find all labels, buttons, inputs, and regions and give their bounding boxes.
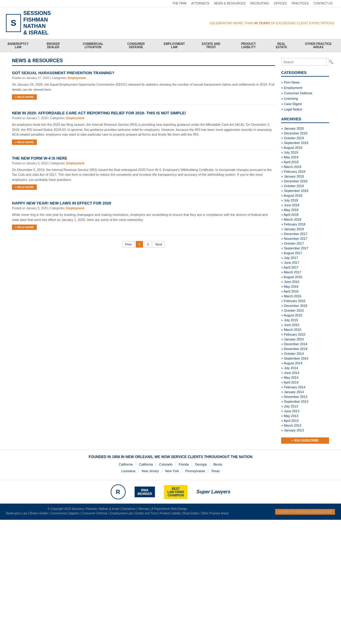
archive-link-56[interactable]: November 2013 (281, 395, 307, 398)
practice-nav-bankruptcy[interactable]: BANKRUPTCY LAW (0, 39, 36, 52)
pagination-page-3[interactable]: 3 (144, 241, 151, 248)
archive-link-36[interactable]: February 2016 (281, 299, 305, 303)
archive-link-48[interactable]: September 2014 (281, 357, 308, 360)
state-link-row1-2[interactable]: Colorado (156, 462, 176, 467)
archive-link-11[interactable]: December 2018 (281, 179, 307, 183)
archive-link-31[interactable]: August 2016 (281, 275, 302, 279)
archive-link-33[interactable]: May 2016 (281, 285, 299, 288)
practice-nav-real-estate[interactable]: REAL ESTATE (267, 39, 296, 52)
archive-link-1[interactable]: December 2019 (281, 131, 307, 135)
archive-link-0[interactable]: January 2020 (281, 127, 304, 130)
archive-link-10[interactable]: January 2019 (281, 175, 304, 178)
archive-link-39[interactable]: August 2015 (281, 313, 302, 317)
archive-link-57[interactable]: September 2013 (281, 400, 308, 403)
archive-link-2[interactable]: October 2019 (281, 136, 304, 140)
top-nav-offices[interactable]: OFFICES (271, 0, 289, 7)
practice-nav-product[interactable]: PRODUCT LIABILITY (230, 39, 267, 52)
archive-link-58[interactable]: July 2013 (281, 404, 298, 408)
archive-link-61[interactable]: April 2013 (281, 419, 299, 422)
article-2-read-more[interactable]: » READ MORE (12, 140, 37, 145)
archive-link-35[interactable]: March 2016 (281, 294, 301, 298)
category-link-firm-news[interactable]: Firm News (281, 81, 300, 84)
article-4-read-more[interactable]: » READ MORE (12, 225, 37, 230)
category-link-legal-notice[interactable]: Legal Notice (281, 107, 302, 111)
archive-link-45[interactable]: December 2014 (281, 342, 307, 346)
archive-link-54[interactable]: February 2014 (281, 385, 305, 389)
archive-link-26[interactable]: August 2017 (281, 251, 302, 255)
archive-link-60[interactable]: May 2013 (281, 414, 299, 418)
archive-link-4[interactable]: August 2019 (281, 146, 302, 149)
archive-link-3[interactable]: September 2019 (281, 141, 308, 145)
archive-link-6[interactable]: May 2019 (281, 155, 299, 159)
archive-link-49[interactable]: August 2014 (281, 361, 302, 365)
archive-link-32[interactable]: June 2016 (281, 280, 299, 284)
archive-link-44[interactable]: January 2015 (281, 337, 304, 341)
rss-subscribe-button[interactable]: ‣ RSS SUBSCRIBE (281, 437, 329, 444)
archive-link-47[interactable]: October 2014 (281, 352, 304, 355)
article-3-title[interactable]: THE NEW FORM W-4 IS HERE (12, 156, 275, 160)
archive-link-52[interactable]: May 2014 (281, 376, 299, 379)
archive-link-21[interactable]: January 2018 (281, 227, 304, 231)
archive-link-15[interactable]: July 2018 (281, 198, 298, 202)
archive-link-17[interactable]: May 2018 (281, 208, 299, 212)
top-nav-attorneys[interactable]: ATTORNEYS (189, 0, 211, 7)
top-nav-recruiting[interactable]: RECRUITING (248, 0, 271, 7)
archive-link-63[interactable]: January 2013 (281, 428, 304, 432)
archive-link-50[interactable]: July 2014 (281, 366, 298, 370)
archive-link-5[interactable]: July 2019 (281, 151, 298, 154)
archive-link-23[interactable]: November 2017 (281, 237, 307, 240)
archive-link-13[interactable]: September 2018 (281, 189, 308, 193)
practice-nav-estate[interactable]: ESTATE AND TRUST (192, 39, 229, 52)
search-input[interactable] (281, 58, 326, 65)
archive-link-59[interactable]: June 2013 (281, 409, 299, 413)
archive-link-53[interactable]: April 2014 (281, 381, 299, 384)
pagination-prev[interactable]: Prev (122, 241, 135, 248)
archive-link-24[interactable]: October 2017 (281, 242, 304, 245)
archive-link-37[interactable]: December 2015 (281, 304, 307, 307)
archive-link-19[interactable]: March 2018 (281, 218, 301, 221)
archive-link-7[interactable]: April 2019 (281, 160, 299, 164)
practice-nav-employment[interactable]: EMPLOYMENT LAW (156, 39, 193, 52)
top-nav-contact[interactable]: CONTACT US (311, 0, 335, 7)
top-nav-practices[interactable]: PRACTICES (289, 0, 311, 7)
archive-link-62[interactable]: March 2013 (281, 424, 301, 427)
article-1-read-more[interactable]: » READ MORE (12, 94, 37, 100)
archive-link-30[interactable]: March 2017 (281, 270, 301, 274)
archive-link-12[interactable]: October 2018 (281, 184, 304, 188)
practice-nav-other[interactable]: OTHER PRACTICE AREAS (296, 39, 341, 52)
footer-newsletter-button[interactable]: » SIGN UP FOR OUR E-NEWSLETTER (275, 509, 335, 515)
category-link-employment[interactable]: Employment (281, 86, 302, 90)
practice-nav-commercial[interactable]: COMMERCIAL LITIGATION (70, 39, 116, 52)
state-link-row1-4[interactable]: Georgia (192, 462, 210, 467)
archive-link-41[interactable]: June 2015 (281, 323, 299, 327)
archive-link-9[interactable]: February 2019 (281, 170, 305, 173)
archive-link-20[interactable]: February 2018 (281, 222, 305, 226)
state-link-row2-3[interactable]: Pennsylvania (182, 469, 208, 473)
category-link-case-digest[interactable]: Case Digest (281, 102, 302, 106)
archive-link-43[interactable]: February 2015 (281, 333, 305, 336)
archive-link-34[interactable]: April 2016 (281, 290, 299, 293)
archive-link-46[interactable]: November 2014 (281, 347, 307, 351)
category-link-consumer[interactable]: Consumer Defense (281, 91, 312, 95)
state-link-row2-2[interactable]: New York (162, 469, 182, 473)
state-link-row1-5[interactable]: Illinois (210, 462, 225, 467)
state-link-row2-1[interactable]: New Jersey (138, 469, 162, 473)
archive-link-28[interactable]: June 2017 (281, 261, 299, 264)
state-link-row1-3[interactable]: Florida (176, 462, 192, 467)
archive-link-22[interactable]: December 2017 (281, 232, 307, 236)
archive-link-14[interactable]: August 2018 (281, 194, 302, 197)
archive-link-27[interactable]: July 2017 (281, 256, 298, 260)
article-4-title[interactable]: HAPPY NEW YEAR! NEW LAWS IN EFFECT FOR 2… (12, 201, 275, 205)
category-link-licensing[interactable]: Licensing (281, 97, 298, 100)
practice-nav-broker[interactable]: BROKER DEALER (36, 39, 70, 52)
archive-link-25[interactable]: September 2017 (281, 246, 308, 250)
archive-link-51[interactable]: June 2014 (281, 371, 299, 375)
article-2-title[interactable]: NEW IN 2020: AFFORDABLE CARE ACT REPORTI… (12, 111, 275, 115)
top-nav-the-firm[interactable]: THE FIRM (170, 0, 189, 7)
archive-link-38[interactable]: October 2015 (281, 309, 304, 312)
top-nav-news[interactable]: NEWS & RESOURCES (212, 0, 248, 7)
state-link-row2-4[interactable]: Texas (208, 469, 223, 473)
archive-link-8[interactable]: March 2019 (281, 165, 301, 169)
search-button[interactable]: 🔍 (326, 58, 335, 65)
archive-link-42[interactable]: March 2015 (281, 328, 301, 331)
